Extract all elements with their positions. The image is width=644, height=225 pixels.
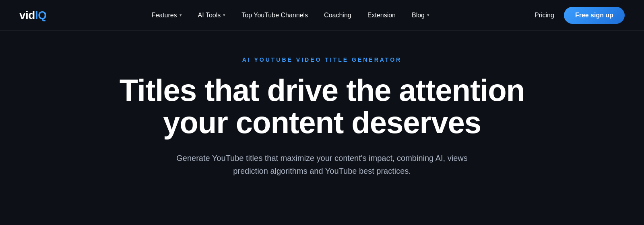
nav-item-features-label: Features [151,12,177,19]
nav-item-extension-label: Extension [367,12,396,19]
nav-item-ai-tools[interactable]: AI Tools ▾ [192,8,232,22]
chevron-down-icon: ▾ [427,12,429,18]
free-signup-button[interactable]: Free sign up [564,7,625,24]
logo[interactable]: vidIQ [19,9,47,22]
logo-vid: vid [19,9,35,22]
nav-cta: Pricing Free sign up [535,7,625,24]
hero-subtext: Generate YouTube titles that maximize yo… [169,152,475,177]
nav-item-top-youtube-channels-label: Top YouTube Channels [242,12,308,19]
nav-item-extension[interactable]: Extension [361,8,402,22]
hero-headline: Titles that drive the attention your con… [101,74,543,139]
nav-item-blog[interactable]: Blog ▾ [405,8,436,22]
hero-section: AI YOUTUBE VIDEO TITLE GENERATOR Titles … [0,31,644,206]
pricing-link[interactable]: Pricing [535,12,554,19]
chevron-down-icon: ▾ [180,12,182,18]
hero-eyebrow: AI YOUTUBE VIDEO TITLE GENERATOR [242,56,402,63]
chevron-down-icon: ▾ [223,12,225,18]
nav-item-ai-tools-label: AI Tools [198,12,221,19]
nav-item-coaching[interactable]: Coaching [318,8,358,22]
nav-links: Features ▾ AI Tools ▾ Top YouTube Channe… [47,8,535,22]
nav-item-top-youtube-channels[interactable]: Top YouTube Channels [235,8,314,22]
nav-item-coaching-label: Coaching [324,12,351,19]
nav-item-blog-label: Blog [412,12,425,19]
nav-item-features[interactable]: Features ▾ [145,8,188,22]
navbar: vidIQ Features ▾ AI Tools ▾ Top YouTube … [0,0,644,31]
logo-iq: IQ [35,9,47,22]
